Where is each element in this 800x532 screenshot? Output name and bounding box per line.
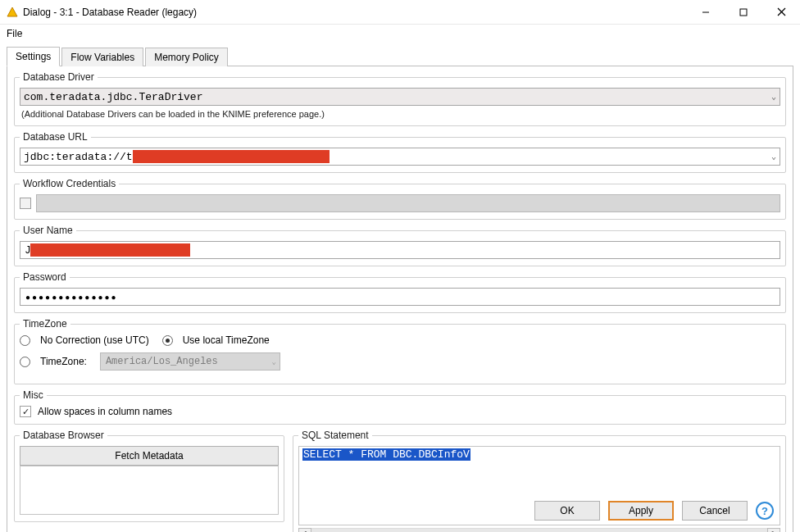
window-title: Dialog - 3:1 - Database Reader (legacy) [23,7,687,18]
label-no-correction: No Correction (use UTC) [40,334,149,346]
credentials-checkbox[interactable] [20,198,31,209]
chevron-down-icon: ⌄ [771,152,776,161]
label-user-name: User Name [20,225,76,236]
radio-no-correction-wrap[interactable]: No Correction (use UTC) [20,334,149,346]
scroll-right-icon[interactable]: ❯ [767,528,780,532]
sql-text: SELECT * FROM DBC.DBCInfoV [302,448,470,461]
label-sql-statement: SQL Statement [298,430,372,441]
chevron-down-icon: ⌄ [771,92,776,102]
apply-button[interactable]: Apply [608,501,674,521]
title-bar: Dialog - 3:1 - Database Reader (legacy) [0,0,800,25]
radio-timezone[interactable] [20,357,30,367]
tab-strip: Settings Flow Variables Memory Policy [7,46,793,66]
label-use-local: Use local TimeZone [183,334,270,346]
scroll-track[interactable] [311,528,767,532]
label-allow-spaces: Allow spaces in column names [38,406,172,417]
radio-no-correction[interactable] [20,335,30,346]
group-user-name: User Name J [14,225,786,266]
dburl-combo[interactable]: jdbc:teradata://t ⌄ [20,148,780,166]
dburl-prefix: jdbc:teradata://t [24,151,133,163]
label-workflow-credentials: Workflow Credentials [20,178,119,189]
tab-memory-policy[interactable]: Memory Policy [145,48,228,66]
close-button[interactable] [762,0,800,25]
timezone-value: America/Los_Angeles [106,356,218,367]
driver-hint: (Additional Database Drivers can be load… [20,109,780,119]
label-password: Password [20,271,70,283]
group-workflow-credentials: Workflow Credentials [14,178,786,220]
group-misc: Misc Allow spaces in column names [14,389,786,425]
label-misc: Misc [20,389,47,401]
username-redacted [30,243,190,257]
group-database-url: Database URL jdbc:teradata://t ⌄ [14,131,786,173]
minimize-button[interactable] [687,0,725,25]
password-input[interactable]: ●●●●●●●●●●●●●● [20,288,780,306]
label-database-url: Database URL [20,131,91,143]
group-timezone: TimeZone No Correction (use UTC) Use loc… [14,318,786,384]
group-database-driver: Database Driver com.teradata.jdbc.TeraDr… [14,71,786,126]
username-input[interactable]: J [20,241,780,259]
menu-bar: File [0,25,800,43]
maximize-button[interactable] [725,0,762,25]
app-icon [7,7,18,18]
horizontal-scrollbar[interactable]: ❮ ❯ [298,527,780,532]
radio-use-local-wrap[interactable]: Use local TimeZone [162,334,270,346]
label-timezone-select: TimeZone: [40,356,87,367]
svg-rect-2 [740,9,747,16]
tab-settings[interactable]: Settings [7,47,60,66]
dialog-button-bar: OK Apply Cancel ? [534,501,774,521]
menu-file[interactable]: File [7,28,22,39]
cancel-button[interactable]: Cancel [682,501,748,521]
metadata-tree[interactable] [20,466,279,515]
scroll-left-icon[interactable]: ❮ [298,528,311,532]
dburl-redacted [133,150,330,163]
label-database-browser: Database Browser [20,430,107,441]
radio-timezone-wrap[interactable]: TimeZone: [20,356,87,367]
fetch-metadata-button[interactable]: Fetch Metadata [20,446,279,466]
password-mask: ●●●●●●●●●●●●●● [25,293,118,302]
label-database-driver: Database Driver [20,71,98,83]
help-icon[interactable]: ? [756,502,774,520]
driver-select[interactable]: com.teradata.jdbc.TeraDriver ⌄ [20,88,780,106]
allow-spaces-wrap[interactable]: Allow spaces in column names [20,406,780,417]
timezone-select: America/Los_Angeles ⌄ [100,352,280,371]
group-password: Password ●●●●●●●●●●●●●● [14,271,786,313]
driver-value: com.teradata.jdbc.TeraDriver [24,91,202,103]
credentials-select [36,194,780,212]
tab-flow-variables[interactable]: Flow Variables [61,48,143,66]
label-fetch-metadata: Fetch Metadata [115,450,183,462]
svg-marker-0 [7,7,17,16]
chevron-down-icon: ⌄ [271,357,275,366]
allow-spaces-checkbox[interactable] [20,406,31,417]
label-timezone: TimeZone [20,318,70,330]
tab-panel-settings: Database Driver com.teradata.jdbc.TeraDr… [7,66,793,532]
group-database-browser: Database Browser Fetch Metadata [14,430,284,522]
radio-use-local[interactable] [162,335,173,346]
ok-button[interactable]: OK [534,501,600,521]
